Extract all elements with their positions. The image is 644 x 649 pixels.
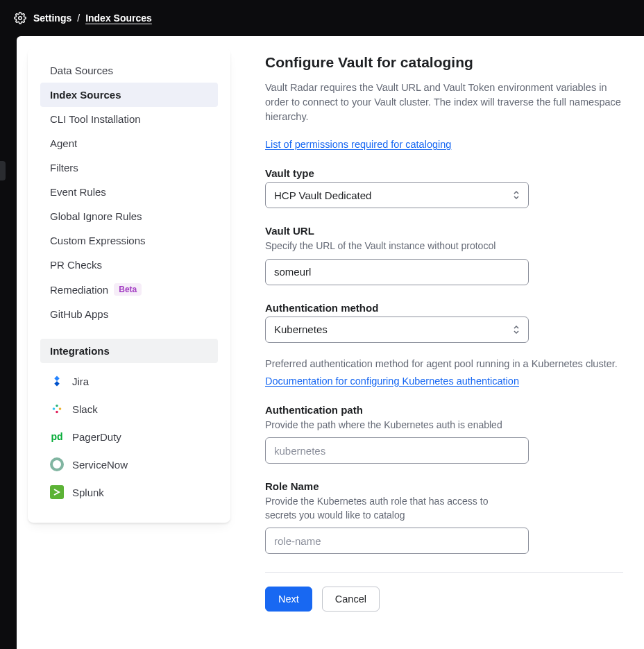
splunk-icon	[50, 485, 64, 499]
sidebar-item-label: Index Sources	[50, 89, 121, 101]
sidebar-section-integrations: Integrations	[40, 339, 218, 363]
cancel-button[interactable]: Cancel	[322, 587, 380, 612]
pagerduty-icon: pd	[50, 430, 64, 444]
sidebar-item-event-rules[interactable]: Event Rules	[40, 180, 218, 204]
svg-rect-3	[59, 407, 62, 410]
sidebar-item-remediation[interactable]: Remediation Beta	[40, 277, 218, 302]
next-button[interactable]: Next	[265, 587, 312, 612]
collapsed-panel-handle[interactable]	[0, 161, 6, 180]
auth-path-help: Provide the path where the Kubernetes au…	[265, 419, 529, 432]
sidebar-item-slack[interactable]: Slack	[40, 395, 218, 423]
sidebar-item-label: Filters	[50, 162, 78, 174]
svg-rect-1	[53, 407, 56, 410]
footer-actions: Next Cancel	[265, 587, 623, 612]
sidebar-item-label: PR Checks	[50, 259, 102, 271]
sidebar-item-data-sources[interactable]: Data Sources	[40, 58, 218, 83]
sidebar-item-label: PagerDuty	[72, 431, 121, 443]
sidebar-item-label: GitHub Apps	[50, 308, 108, 320]
svg-rect-2	[56, 405, 58, 407]
breadcrumb-parent[interactable]: Settings	[33, 12, 71, 24]
svg-rect-4	[56, 411, 58, 414]
servicenow-icon	[50, 457, 64, 471]
svg-point-5	[51, 459, 62, 470]
sidebar-item-splunk[interactable]: Splunk	[40, 478, 218, 506]
sidebar-item-label: CLI Tool Installation	[50, 113, 141, 125]
divider	[265, 572, 623, 573]
gear-icon	[14, 12, 26, 24]
sidebar-item-pagerduty[interactable]: pd PagerDuty	[40, 423, 218, 450]
sidebar-item-servicenow[interactable]: ServiceNow	[40, 450, 218, 478]
sidebar-item-custom-expressions[interactable]: Custom Expressions	[40, 228, 218, 253]
sidebar-item-index-sources[interactable]: Index Sources	[40, 83, 218, 107]
intro-text: Vault Radar requires the Vault URL and V…	[265, 81, 623, 124]
vault-url-input[interactable]	[274, 260, 520, 285]
vault-url-help: Specify the URL of the Vault instance wi…	[265, 239, 529, 253]
slack-icon	[50, 402, 64, 416]
main-content: Configure Vault for cataloging Vault Rad…	[242, 36, 644, 649]
vault-type-select[interactable]: HCP Vault Dedicated	[265, 182, 529, 208]
sidebar-item-label: Jira	[72, 376, 89, 387]
auth-path-input[interactable]	[274, 438, 520, 463]
vault-type-value: HCP Vault Dedicated	[274, 189, 371, 201]
sidebar-item-cli-tool-installation[interactable]: CLI Tool Installation	[40, 107, 218, 131]
sidebar-item-label: Slack	[72, 403, 98, 415]
beta-badge: Beta	[114, 283, 142, 296]
breadcrumb-current[interactable]: Index Sources	[85, 12, 152, 24]
sidebar-item-label: Data Sources	[50, 65, 113, 76]
sidebar-item-agent[interactable]: Agent	[40, 131, 218, 155]
auth-doc-link[interactable]: Documentation for configuring Kubernetes…	[265, 376, 519, 387]
sidebar-item-label: ServiceNow	[72, 459, 128, 471]
vault-type-label: Vault type	[265, 167, 529, 179]
auth-method-label: Authentication method	[265, 302, 529, 314]
auth-method-select[interactable]: Kubernetes	[265, 317, 529, 343]
auth-method-value: Kubernetes	[274, 323, 328, 335]
page-title: Configure Vault for cataloging	[265, 54, 623, 71]
breadcrumb: Settings / Index Sources	[0, 0, 644, 36]
auth-method-note: Preferred authentication method for agen…	[265, 358, 623, 369]
sidebar-item-jira[interactable]: Jira	[40, 367, 218, 395]
vault-url-label: Vault URL	[265, 225, 529, 237]
sidebar-item-filters[interactable]: Filters	[40, 155, 218, 180]
vault-url-input-wrapper	[265, 259, 529, 285]
settings-sidebar: Data Sources Index Sources CLI Tool Inst…	[28, 49, 230, 523]
select-caret-icon	[513, 190, 520, 200]
breadcrumb-separator: /	[77, 12, 80, 24]
role-name-input[interactable]	[274, 528, 520, 553]
sidebar-item-pr-checks[interactable]: PR Checks	[40, 253, 218, 277]
sidebar-item-label: Splunk	[72, 487, 104, 498]
sidebar-item-label: Agent	[50, 137, 77, 149]
svg-point-0	[19, 17, 22, 20]
role-name-input-wrapper	[265, 528, 529, 554]
permissions-link[interactable]: List of permissions required for catalog…	[265, 139, 451, 150]
sidebar-item-label: Global Ignore Rules	[50, 210, 142, 222]
auth-path-input-wrapper	[265, 437, 529, 464]
auth-path-label: Authentication path	[265, 404, 529, 416]
sidebar-item-label: Remediation	[50, 284, 108, 296]
sidebar-item-github-apps[interactable]: GitHub Apps	[40, 302, 218, 326]
role-name-help: Provide the Kubernetes auth role that ha…	[265, 495, 522, 522]
select-caret-icon	[513, 325, 520, 335]
jira-icon	[50, 374, 64, 388]
sidebar-item-label: Custom Expressions	[50, 235, 146, 246]
sidebar-item-global-ignore-rules[interactable]: Global Ignore Rules	[40, 204, 218, 228]
role-name-label: Role Name	[265, 480, 623, 492]
sidebar-item-label: Event Rules	[50, 186, 106, 198]
